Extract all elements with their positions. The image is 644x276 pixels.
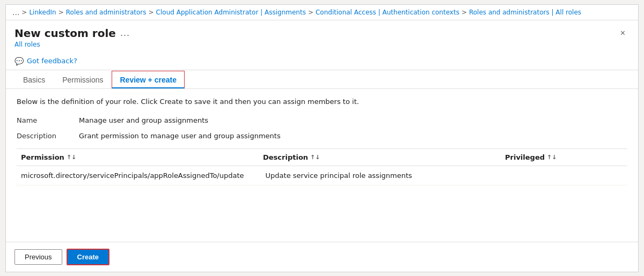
name-label: Name [17, 116, 70, 124]
panel-title: New custom role [14, 27, 116, 40]
breadcrumb-dots[interactable]: ... [12, 8, 19, 17]
name-value: Manage user and group assignments [79, 116, 208, 124]
breadcrumb: ... > LinkedIn > Roles and administrator… [6, 5, 638, 20]
permission-cell: microsoft.directory/servicePrincipals/ap… [21, 171, 244, 180]
close-button[interactable]: × [616, 27, 630, 40]
tabs-row: Basics Permissions Review + create [6, 70, 638, 89]
footer-bar: Previous Create [6, 242, 638, 272]
sort-permission-icon[interactable]: ↑↓ [67, 154, 76, 161]
name-field-row: Name Manage user and group assignments [17, 116, 627, 124]
panel-title-area: New custom role ... All roles [14, 27, 130, 48]
col-privileged-header[interactable]: Privileged ↑↓ [505, 153, 602, 161]
breadcrumb-sep-0: > [21, 9, 27, 16]
sort-description-icon[interactable]: ↑↓ [310, 154, 320, 161]
tab-basics[interactable]: Basics [14, 70, 54, 88]
tab-review-create[interactable]: Review + create [112, 71, 184, 88]
sort-privileged-icon[interactable]: ↑↓ [547, 154, 557, 161]
breadcrumb-sep-1: > [58, 9, 64, 16]
col-description-header[interactable]: Description ↑↓ [263, 153, 484, 161]
create-button[interactable]: Create [67, 249, 109, 265]
breadcrumb-sep-2: > [149, 9, 154, 16]
panel-subtitle[interactable]: All roles [14, 41, 130, 48]
description-cell: Update service principal role assignment… [266, 171, 484, 180]
feedback-icon: 💬 [14, 57, 24, 65]
privileged-cell [505, 171, 602, 180]
breadcrumb-linkedin[interactable]: LinkedIn [29, 9, 56, 16]
content-area: Below is the definition of your role. Cl… [6, 89, 638, 242]
permissions-table: Permission ↑↓ Description ↑↓ Privileged … [17, 148, 627, 185]
panel-title-row: New custom role ... [14, 27, 130, 40]
panel-header: New custom role ... All roles × [6, 20, 638, 53]
tab-permissions[interactable]: Permissions [54, 70, 112, 88]
description-value: Grant permission to manage user and grou… [79, 132, 281, 140]
breadcrumb-sep-4: > [462, 9, 467, 16]
table-row: microsoft.directory/servicePrincipals/ap… [17, 166, 627, 185]
breadcrumb-all-roles[interactable]: Roles and administrators | All roles [469, 9, 581, 16]
table-header: Permission ↑↓ Description ↑↓ Privileged … [17, 149, 627, 166]
breadcrumb-roles-admin[interactable]: Roles and administrators [66, 9, 147, 16]
feedback-bar[interactable]: 💬 Got feedback? [6, 53, 638, 70]
panel-more-options[interactable]: ... [120, 28, 130, 38]
breadcrumb-sep-3: > [308, 9, 313, 16]
description-field-row: Description Grant permission to manage u… [17, 132, 627, 140]
feedback-label: Got feedback? [27, 57, 77, 65]
previous-button[interactable]: Previous [14, 249, 62, 265]
page-description: Below is the definition of your role. Cl… [17, 98, 627, 106]
main-window: ... > LinkedIn > Roles and administrator… [5, 4, 639, 272]
breadcrumb-conditional[interactable]: Conditional Access | Authentication cont… [316, 9, 459, 16]
col-permission-header[interactable]: Permission ↑↓ [21, 153, 241, 161]
description-label: Description [17, 132, 70, 140]
breadcrumb-cloud-app[interactable]: Cloud Application Administrator | Assign… [156, 9, 306, 16]
